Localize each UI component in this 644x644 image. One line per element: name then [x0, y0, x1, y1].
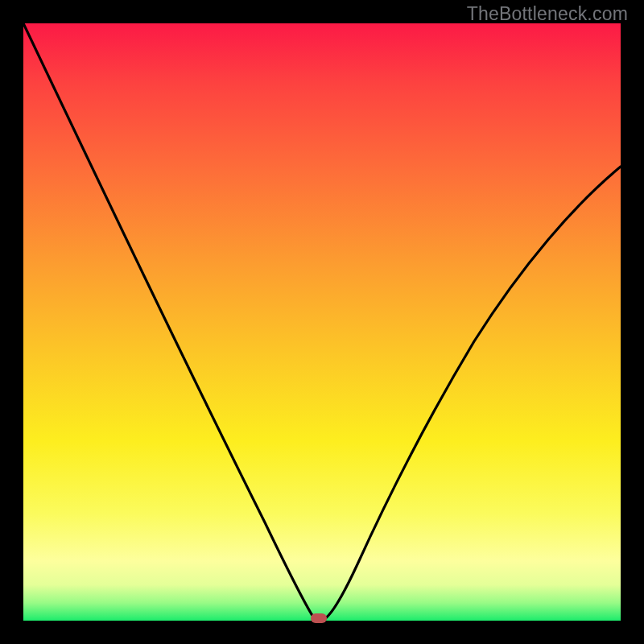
- plot-gradient-background: [23, 23, 621, 621]
- chart-stage: TheBottleneck.com: [0, 0, 644, 644]
- optimal-point-marker: [311, 613, 327, 623]
- watermark-text: TheBottleneck.com: [467, 3, 628, 25]
